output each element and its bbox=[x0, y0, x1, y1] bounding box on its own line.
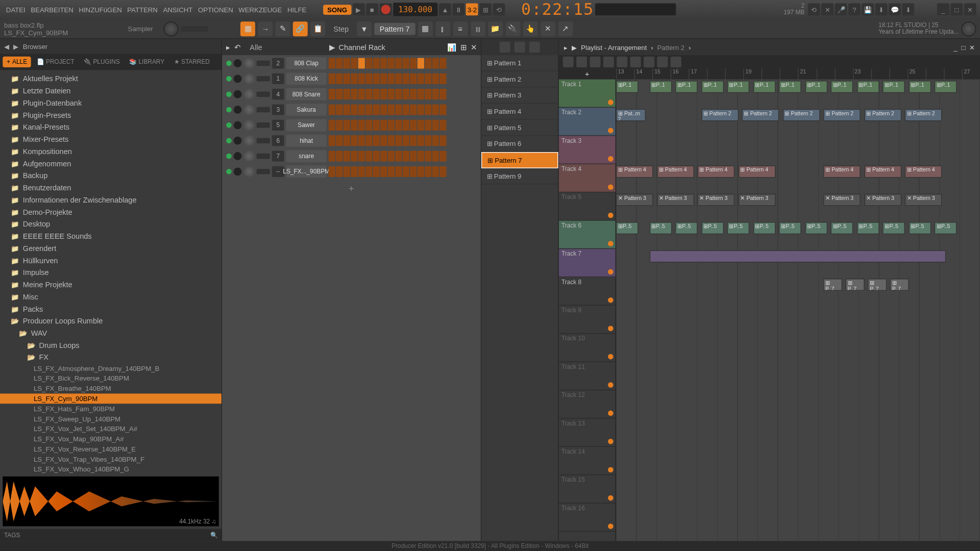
playlist-clip[interactable]: ⊞ Pattern 4 bbox=[697, 165, 734, 178]
playlist-clip[interactable]: ✕ Pattern 3 bbox=[657, 194, 694, 206]
tree-folder[interactable]: Plugin-Presets bbox=[0, 109, 222, 121]
step[interactable] bbox=[344, 166, 350, 177]
playlist-clip[interactable]: ⊞P..1 bbox=[649, 81, 672, 93]
close-icon[interactable]: ✕ bbox=[964, 4, 976, 16]
tool-delete[interactable] bbox=[590, 57, 600, 67]
channel-name[interactable]: LS_FX..._90BPM bbox=[286, 165, 327, 178]
channel-mixer-num[interactable]: 2 bbox=[272, 58, 284, 68]
step[interactable] bbox=[410, 58, 416, 68]
tree-folder[interactable]: Meine Projekte bbox=[0, 279, 222, 291]
step[interactable] bbox=[410, 119, 416, 130]
channel-mute[interactable] bbox=[234, 121, 242, 129]
playlist-clip[interactable]: ⊞P..5 bbox=[753, 222, 775, 234]
step[interactable] bbox=[388, 166, 395, 177]
playlist-clip[interactable]: ⊞ Pattern 2 bbox=[742, 109, 779, 121]
track-mute-dot[interactable] bbox=[608, 269, 614, 275]
playlist-clip[interactable]: ⊞P..1 bbox=[701, 81, 724, 93]
step[interactable] bbox=[351, 135, 357, 145]
track-header[interactable]: Track 9 bbox=[559, 306, 616, 334]
step[interactable] bbox=[388, 58, 395, 68]
step[interactable] bbox=[388, 73, 395, 84]
channel-led[interactable] bbox=[226, 91, 232, 97]
master-pitch-slider[interactable] bbox=[181, 26, 208, 32]
countdown-icon[interactable]: 3·2 bbox=[466, 4, 478, 16]
step[interactable] bbox=[403, 151, 409, 161]
track-mute-dot[interactable] bbox=[608, 439, 614, 444]
playlist-clip[interactable]: ✕ Pattern 3 bbox=[905, 194, 942, 206]
track-header[interactable]: Track 15 bbox=[559, 475, 616, 503]
playlist-clip[interactable]: ⊞ Pattern 4 bbox=[738, 165, 775, 178]
mic-icon[interactable]: 🎤 bbox=[835, 4, 847, 16]
cr-close-icon[interactable]: ✕ bbox=[471, 43, 477, 52]
channel-led[interactable] bbox=[226, 107, 232, 112]
pl-close-icon[interactable]: ✕ bbox=[969, 43, 975, 51]
step[interactable] bbox=[418, 88, 424, 99]
playlist-clip[interactable]: ⊞ P..7 bbox=[823, 279, 842, 291]
step[interactable] bbox=[351, 73, 357, 84]
step[interactable] bbox=[351, 166, 357, 177]
track-header[interactable]: Track 3 bbox=[559, 136, 616, 164]
step[interactable] bbox=[373, 73, 380, 84]
track-mute-dot[interactable] bbox=[608, 467, 614, 472]
step[interactable] bbox=[329, 166, 335, 177]
channel-vol[interactable] bbox=[257, 60, 270, 66]
mixer-button[interactable]: 🔗 bbox=[293, 21, 308, 36]
step[interactable] bbox=[344, 151, 350, 161]
channel-name[interactable]: 808 Clap bbox=[286, 57, 327, 69]
tree-file[interactable]: LS_FX_Vox_Whoo_140BPM_G bbox=[0, 464, 222, 473]
pattern-item[interactable]: ⊞ Pattern 7 bbox=[481, 152, 558, 168]
step[interactable] bbox=[329, 58, 335, 68]
step[interactable] bbox=[425, 166, 431, 177]
stop-button[interactable]: ■ bbox=[366, 4, 378, 16]
track-header[interactable]: Track 7 bbox=[559, 249, 616, 277]
step[interactable] bbox=[358, 135, 365, 145]
channel-led[interactable] bbox=[226, 153, 232, 159]
view-browser-icon[interactable]: 📁 bbox=[488, 21, 503, 36]
playlist-clip[interactable]: ⊞ Pattern 2 bbox=[864, 109, 901, 121]
channel-led[interactable] bbox=[226, 76, 232, 81]
step[interactable] bbox=[365, 58, 372, 68]
step[interactable] bbox=[380, 166, 387, 177]
pattern-item[interactable]: ⊞ Pattern 4 bbox=[481, 104, 558, 120]
tree-folder[interactable]: EEEE EEEE Sounds bbox=[0, 230, 222, 242]
step[interactable] bbox=[410, 104, 416, 115]
step[interactable] bbox=[425, 88, 431, 99]
step[interactable] bbox=[365, 73, 372, 84]
step[interactable] bbox=[403, 88, 409, 99]
step[interactable] bbox=[395, 166, 402, 177]
channel-led[interactable] bbox=[226, 168, 232, 174]
menu-datei[interactable]: DATEI bbox=[4, 5, 28, 15]
channel-pan-knob[interactable] bbox=[243, 88, 254, 99]
tree-folder[interactable]: Demo-Projekte bbox=[0, 206, 222, 218]
tree-folder[interactable]: Impulse bbox=[0, 266, 222, 279]
step[interactable] bbox=[358, 104, 365, 115]
channel-pan-knob[interactable] bbox=[243, 73, 254, 84]
channel-mute[interactable] bbox=[234, 105, 242, 113]
track-mute-dot[interactable] bbox=[608, 99, 614, 105]
playlist-clip[interactable]: ⊞P..1 bbox=[753, 81, 775, 93]
pl-min-icon[interactable]: _ bbox=[953, 43, 957, 51]
step[interactable] bbox=[380, 73, 387, 84]
picker-menu-icon[interactable] bbox=[529, 42, 540, 53]
step[interactable] bbox=[365, 119, 372, 130]
step[interactable] bbox=[395, 135, 402, 145]
playlist-clip[interactable]: ⊞ Pattern 4 bbox=[616, 165, 653, 178]
step[interactable] bbox=[373, 88, 380, 99]
step[interactable] bbox=[365, 135, 372, 145]
step[interactable] bbox=[418, 135, 424, 145]
undo-icon[interactable]: ⟲ bbox=[808, 4, 820, 16]
wait-icon[interactable]: ⏸ bbox=[453, 4, 465, 16]
tree-file[interactable]: LS_FX_Breathe_140BPM bbox=[0, 384, 222, 394]
browser-tree[interactable]: Aktuelles ProjektLetzte DateienPlugin-Da… bbox=[0, 70, 222, 473]
step[interactable] bbox=[351, 58, 357, 68]
piano-roll-button[interactable]: → bbox=[258, 21, 273, 36]
step[interactable] bbox=[344, 135, 350, 145]
channel-rack-button[interactable]: ✎ bbox=[276, 21, 290, 36]
step[interactable] bbox=[395, 104, 402, 115]
step[interactable] bbox=[432, 73, 439, 84]
track-mute-dot[interactable] bbox=[608, 128, 614, 134]
step[interactable] bbox=[351, 119, 357, 130]
song-mode-button[interactable]: SONG bbox=[323, 5, 351, 15]
tree-folder[interactable]: Aktuelles Projekt bbox=[0, 72, 222, 85]
playlist-clip[interactable]: ⊞P..5 bbox=[831, 222, 853, 234]
